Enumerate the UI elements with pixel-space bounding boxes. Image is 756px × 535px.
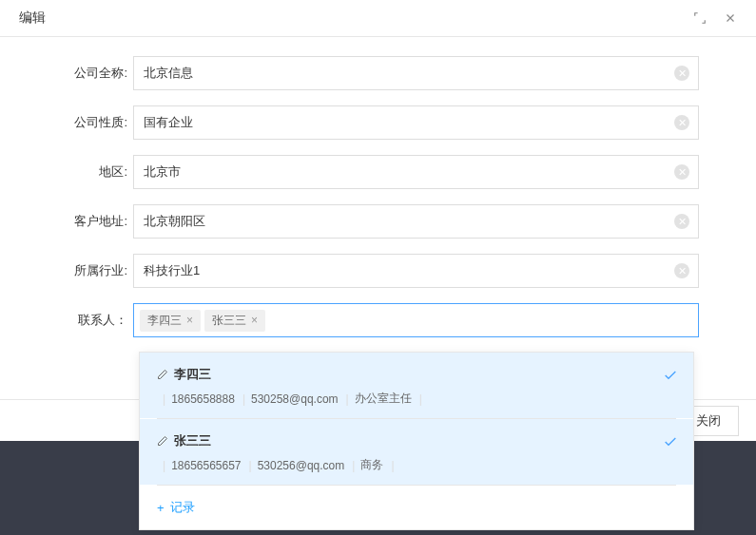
contact-role: 商务	[360, 457, 383, 473]
company-type-input[interactable]	[133, 105, 699, 140]
contact-label: 联系人：	[0, 312, 133, 329]
clear-icon[interactable]: ✕	[674, 164, 689, 180]
contact-name: 李四三	[174, 366, 211, 383]
contact-dropdown: 李四三 | 1865658888 | 530258@qq.com | 办公室主任…	[139, 352, 694, 530]
tag-label: 张三三	[212, 313, 246, 329]
company-type-label: 公司性质:	[0, 114, 133, 131]
contact-email: 530258@qq.com	[251, 392, 339, 406]
address-input[interactable]	[133, 204, 699, 239]
dropdown-item[interactable]: 张三三 | 18656565657 | 530256@qq.com | 商务 |	[140, 419, 693, 485]
clear-icon[interactable]: ✕	[674, 263, 689, 278]
clear-icon[interactable]: ✕	[674, 115, 689, 130]
check-icon	[663, 368, 678, 386]
contact-tag: 李四三 ×	[140, 310, 201, 332]
industry-label: 所属行业:	[0, 262, 133, 279]
contact-tag: 张三三 ×	[204, 310, 265, 332]
industry-input[interactable]	[133, 254, 699, 288]
modal-title: 编辑	[19, 10, 46, 27]
check-icon	[663, 434, 678, 452]
region-label: 地区:	[0, 163, 133, 181]
expand-icon[interactable]	[693, 11, 707, 25]
address-label: 客户地址:	[0, 213, 133, 230]
dropdown-item[interactable]: 李四三 | 1865658888 | 530258@qq.com | 办公室主任…	[140, 353, 693, 418]
tag-label: 李四三	[147, 313, 182, 329]
clear-icon[interactable]: ✕	[674, 66, 689, 81]
plus-icon: +	[157, 501, 165, 515]
add-record-button[interactable]: + 记录	[140, 486, 693, 529]
contact-email: 530256@qq.com	[258, 459, 345, 472]
edit-icon	[157, 435, 168, 447]
company-full-input[interactable]	[133, 56, 699, 90]
contact-role: 办公室主任	[355, 391, 412, 407]
region-input[interactable]	[133, 155, 699, 189]
contact-phone: 1865658888	[171, 392, 235, 406]
tag-remove-icon[interactable]: ×	[251, 314, 258, 327]
company-full-label: 公司全称:	[0, 65, 133, 82]
edit-icon	[157, 369, 168, 380]
contact-tag-input[interactable]: 李四三 × 张三三 ×	[133, 303, 699, 337]
clear-icon[interactable]: ✕	[674, 214, 689, 229]
add-record-label: 记录	[170, 499, 195, 516]
tag-remove-icon[interactable]: ×	[186, 314, 193, 327]
contact-phone: 18656565657	[171, 459, 241, 472]
contact-name: 张三三	[174, 432, 211, 449]
close-icon[interactable]	[724, 11, 737, 25]
